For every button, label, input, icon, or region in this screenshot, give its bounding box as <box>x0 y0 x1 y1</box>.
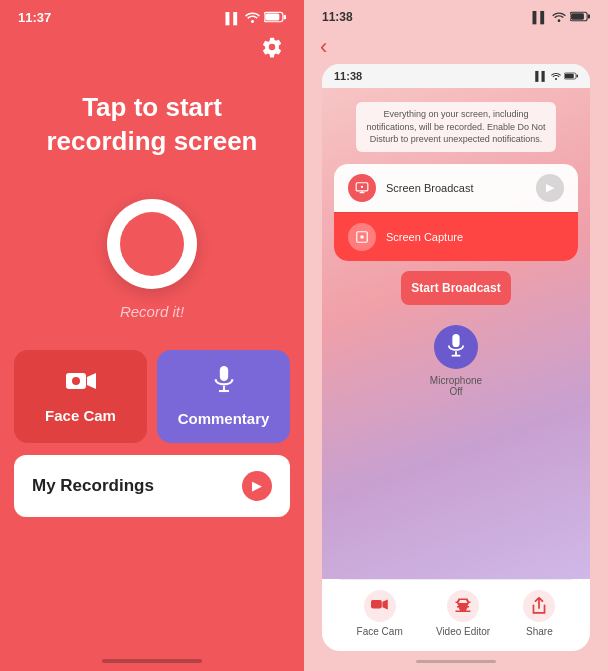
svg-rect-24 <box>371 600 382 608</box>
screen-broadcast-item[interactable]: Screen Broadcast ▶ <box>334 164 578 212</box>
status-bar-left: 11:37 ▌▌ <box>0 0 304 29</box>
bottom-section: Face Cam Commentary My Recordings ▶ <box>0 350 304 517</box>
broadcast-menu: Screen Broadcast ▶ Screen Capture <box>334 164 578 261</box>
play-recordings-button[interactable]: ▶ <box>242 471 272 501</box>
commentary-label: Commentary <box>178 410 270 427</box>
record-button-container <box>107 199 197 289</box>
notification-text: Everything on your screen, includingnoti… <box>356 102 555 152</box>
nav-face-cam[interactable]: Face Cam <box>357 590 403 637</box>
nav-video-editor-label: Video Editor <box>436 626 490 637</box>
signal-icon-right: ▌▌ <box>532 11 548 23</box>
inner-screen-content: Everything on your screen, includingnoti… <box>322 88 590 579</box>
nav-video-editor-icon <box>447 590 479 622</box>
home-indicator-left <box>102 659 202 663</box>
screen-capture-icon <box>348 223 376 251</box>
signal-icon: ▌▌ <box>225 12 241 24</box>
face-cam-label: Face Cam <box>45 407 116 424</box>
time-left: 11:37 <box>18 10 51 25</box>
play-icon: ▶ <box>252 478 262 493</box>
home-indicator-right <box>304 651 608 671</box>
svg-rect-10 <box>571 13 584 19</box>
inner-phone: 11:38 ▌▌ Everything on your screen, incl… <box>322 64 590 651</box>
inner-time: 11:38 <box>334 70 362 82</box>
inner-wifi-icon <box>551 72 561 80</box>
nav-share-icon <box>523 590 555 622</box>
wifi-icon-right <box>552 11 566 24</box>
play-overlay-1[interactable]: ▶ <box>536 174 564 202</box>
svg-point-5 <box>72 377 80 385</box>
svg-rect-11 <box>588 14 590 18</box>
microphone-circle[interactable] <box>434 325 478 369</box>
svg-point-16 <box>361 185 363 187</box>
inner-signal: ▌▌ <box>535 71 548 81</box>
nav-face-cam-label: Face Cam <box>357 626 403 637</box>
main-title: Tap to start recording screen <box>27 91 278 159</box>
microphone-section: MicrophoneOff <box>430 325 482 397</box>
svg-rect-14 <box>577 75 579 78</box>
record-button[interactable] <box>107 199 197 289</box>
svg-marker-4 <box>87 373 96 389</box>
top-bar <box>0 29 304 61</box>
start-broadcast-button[interactable]: Start Broadcast <box>401 271 510 305</box>
nav-share-label: Share <box>526 626 553 637</box>
screen-broadcast-label: Screen Broadcast <box>386 182 473 194</box>
wifi-icon <box>245 11 260 25</box>
screen-broadcast-icon <box>348 174 376 202</box>
back-button[interactable]: ‹ <box>320 34 327 59</box>
nav-face-cam-icon <box>364 590 396 622</box>
home-bar <box>416 660 496 663</box>
nav-video-editor[interactable]: Video Editor <box>436 590 490 637</box>
svg-rect-13 <box>565 74 574 79</box>
record-inner-dot <box>120 212 184 276</box>
settings-button[interactable] <box>258 33 286 61</box>
commentary-button[interactable]: Commentary <box>157 350 290 443</box>
status-bar-right: 11:38 ▌▌ <box>304 0 608 28</box>
face-cam-button[interactable]: Face Cam <box>14 350 147 443</box>
my-recordings-text: My Recordings <box>32 476 154 496</box>
screen-capture-label: Screen Capture <box>386 231 463 243</box>
camera-icon <box>66 369 96 399</box>
left-phone: 11:37 ▌▌ Tap to start <box>0 0 304 671</box>
nav-share[interactable]: Share <box>523 590 555 637</box>
time-right: 11:38 <box>322 10 353 24</box>
status-icons-left: ▌▌ <box>225 11 286 25</box>
inner-battery-icon <box>564 72 578 80</box>
svg-rect-1 <box>265 13 279 20</box>
action-buttons: Face Cam Commentary <box>14 350 290 443</box>
screen-capture-item[interactable]: Screen Capture <box>334 212 578 261</box>
battery-icon <box>264 11 286 25</box>
microphone-icon <box>212 366 236 402</box>
svg-rect-2 <box>284 14 286 19</box>
svg-marker-25 <box>382 599 387 609</box>
svg-rect-6 <box>219 366 227 381</box>
svg-rect-21 <box>452 334 459 347</box>
right-phone: 11:38 ▌▌ ‹ 11:38 ▌▌ <box>304 0 608 671</box>
inner-status-icons: ▌▌ <box>535 70 578 82</box>
my-recordings-bar[interactable]: My Recordings ▶ <box>14 455 290 517</box>
bottom-nav: Face Cam Video Editor Share <box>340 579 572 651</box>
nav-bar-right: ‹ <box>304 28 608 64</box>
svg-point-20 <box>360 235 364 239</box>
microphone-label: MicrophoneOff <box>430 375 482 397</box>
status-icons-right: ▌▌ <box>532 11 590 24</box>
inner-status-bar: 11:38 ▌▌ <box>322 64 590 88</box>
record-label: Record it! <box>120 303 184 320</box>
battery-icon-right <box>570 11 590 24</box>
